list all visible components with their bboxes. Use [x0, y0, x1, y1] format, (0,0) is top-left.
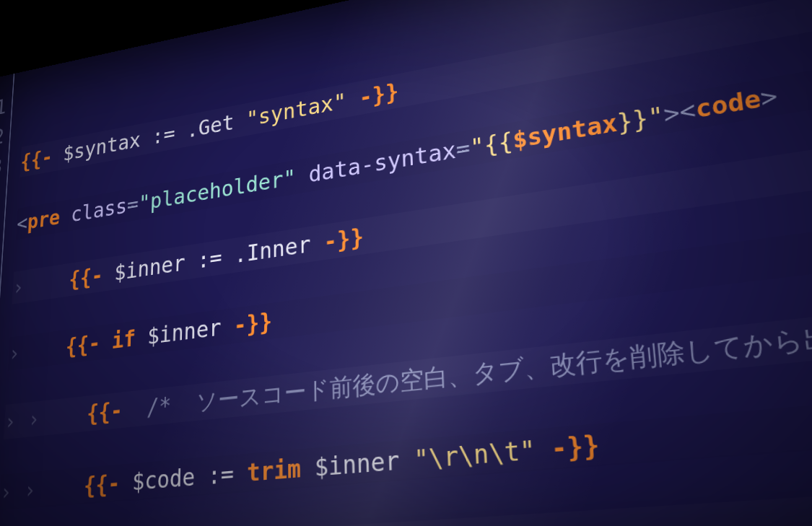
- indent-guide-icon: ›: [12, 268, 37, 304]
- code-content[interactable]: {{- $syntax := .Get "syntax" -}} <pre cl…: [0, 0, 812, 526]
- indent-guide-icon: ›: [4, 402, 29, 439]
- line-number: 1: [0, 91, 7, 125]
- indent-guide-icon: ›: [27, 400, 53, 437]
- code-editor[interactable]: 1 2 3 4 5 6 7 8 9 10 11 12 13 {{- $synta…: [0, 0, 812, 526]
- line-number: 3: [0, 151, 4, 185]
- indent-guide-icon: ›: [0, 473, 25, 510]
- indent-guide-icon: ›: [23, 470, 49, 509]
- indent-guide-icon: ›: [8, 334, 33, 371]
- line-number: 4: [0, 181, 1, 216]
- line-number: 2: [0, 120, 5, 154]
- screen: 1 2 3 4 5 6 7 8 9 10 11 12 13 {{- $synta…: [0, 0, 812, 526]
